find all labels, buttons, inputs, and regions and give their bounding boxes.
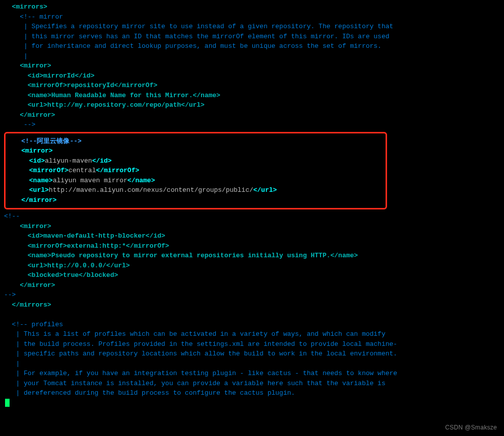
val-id: aliyun-maven [45, 157, 92, 165]
tag-mirrors-open: <mirrors> [4, 3, 47, 11]
comment-line: | This is a list of profiles which can b… [4, 330, 386, 338]
val-url: http://maven.aliyun.com/nexus/content/gr… [49, 186, 254, 194]
tag-url-close: </url> [181, 101, 205, 109]
comment-line: | dereferenced during the build process … [4, 389, 295, 397]
tag-url: <url> [4, 262, 47, 269]
tag-id: <id> [6, 157, 45, 165]
highlighted-block: <!--阿里云镜像--> <mirror> <id>aliyun-maven</… [4, 132, 387, 210]
tag-name: <name> [4, 92, 51, 99]
tag-mirror-open: <mirror> [4, 62, 51, 69]
comment-line: | this mirror serves has an ID that matc… [4, 33, 390, 40]
val: true [63, 271, 79, 279]
tag-mirrorof-close: </mirrorOf> [114, 82, 157, 89]
tag-id-close: </id> [75, 72, 94, 80]
cursor [5, 399, 10, 407]
tag-mirrorof-close: </mirrorOf> [126, 242, 169, 250]
tag-id-close: </id> [92, 157, 112, 165]
tag-url: <url> [6, 186, 49, 194]
tag-id: <id> [4, 72, 43, 80]
tag-mirror-close: </mirror> [4, 281, 55, 289]
watermark: CSDN @Smaksze [445, 423, 497, 432]
val: mirrorId [43, 72, 75, 80]
val: Human Readable Name for this Mirror. [51, 92, 193, 99]
tag-mirrorof: <mirrorOf> [4, 242, 67, 250]
tag-id: <id> [4, 232, 43, 240]
tag-mirrorof: <mirrorOf> [4, 82, 67, 89]
val: maven-default-http-blocker [43, 232, 146, 240]
comment-line: | the build process. Profiles provided i… [4, 340, 397, 348]
tag-url: <url> [4, 101, 47, 109]
val-mirrorof: central [69, 167, 96, 174]
tag-mirror-open: <mirror> [4, 223, 51, 230]
comment-line: | specific paths and repository location… [4, 350, 397, 357]
comment-open: <!-- [4, 212, 20, 220]
val: external:http:* [67, 242, 126, 250]
val: http://0.0.0.0/ [47, 262, 106, 269]
comment-line: | for inheritance and direct lookup purp… [4, 42, 382, 50]
comment-line: <!-- mirror [4, 13, 63, 21]
comment-line: | For example, if you have an integratio… [4, 370, 397, 377]
comment-close: --> [4, 291, 16, 299]
val: repositoryId [67, 82, 114, 89]
comment-line: | your Tomcat instance is installed, you… [4, 380, 386, 387]
comment-line: | [4, 52, 28, 60]
tag-blocked: <blocked> [4, 271, 63, 279]
tag-mirror-close: </mirror> [6, 196, 56, 204]
comment-line: | [4, 360, 20, 368]
code-editor[interactable]: <mirrors> <!-- mirror | Specifies a repo… [4, 2, 500, 130]
tag-mirrorof-close: </mirrorOf> [96, 167, 139, 174]
tag-mirrorof: <mirrorOf> [6, 167, 69, 174]
tag-blocked-close: </blocked> [79, 271, 118, 279]
val: Pseudo repository to mirror external rep… [51, 252, 331, 259]
tag-url-close: </url> [254, 186, 277, 194]
comment-line: <!-- profiles [4, 321, 63, 328]
tag-name-close: </name> [193, 92, 220, 99]
tag-mirror-open: <mirror> [6, 147, 53, 155]
tag-name: <name> [4, 252, 51, 259]
tag-mirror-close: </mirror> [4, 111, 55, 119]
tag-mirrors-close: </mirrors> [4, 301, 51, 309]
code-editor-lower[interactable]: <!-- <mirror> <id>maven-default-http-blo… [4, 211, 500, 408]
tag-name-close: </name> [331, 252, 358, 259]
comment-aliyun: <!--阿里云镜像--> [6, 137, 82, 145]
val: http://my.repository.com/repo/path [47, 101, 181, 109]
tag-id-close: </id> [146, 232, 165, 240]
tag-name-close: </name> [128, 177, 155, 184]
val-name: aliyun maven mirror [53, 177, 128, 184]
comment-line: | Specifies a repository mirror site to … [4, 23, 393, 30]
tag-url-close: </url> [106, 262, 130, 269]
comment-end: --> [4, 121, 35, 128]
tag-name: <name> [6, 177, 53, 184]
